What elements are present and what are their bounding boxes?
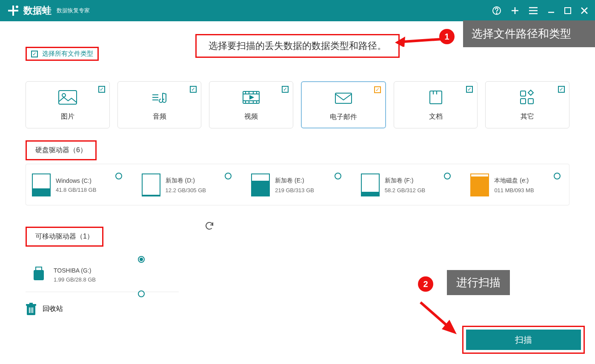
svg-rect-9 (521, 91, 526, 96)
titlebar: 数据蛙 数据恢复专家 (0, 0, 595, 21)
svg-rect-17 (31, 307, 31, 313)
type-checkbox[interactable] (558, 86, 565, 93)
annotation-callout-2: 进行扫描 (447, 270, 510, 295)
drive-item[interactable]: Windows (C:)41.8 GB/118 GB (32, 173, 125, 196)
trash-icon (26, 302, 37, 315)
type-card-image[interactable]: 图片 (26, 81, 110, 128)
scan-button-highlight: 扫描 (462, 326, 585, 354)
removable-section-title: 可移动驱动器（1） (26, 227, 103, 247)
drive-size: 58.2 GB/312 GB (385, 187, 425, 193)
drive-radio[interactable] (444, 173, 451, 179)
removable-list: TOSHIBA (G:)1.99 GB/28.8 GB (26, 253, 179, 292)
scan-button[interactable]: 扫描 (466, 330, 581, 350)
drive-size: 011 MB/093 MB (494, 187, 534, 193)
help-icon[interactable] (492, 6, 502, 16)
drive-radio[interactable] (335, 173, 341, 179)
menu-icon[interactable] (528, 6, 538, 15)
svg-rect-16 (29, 307, 30, 313)
audio-icon (149, 89, 170, 105)
svg-rect-4 (59, 91, 77, 104)
disk-icon (32, 173, 51, 196)
drive-name: 本地磁盘 (e:) (494, 177, 534, 185)
recycle-bin-item[interactable]: 回收站 (26, 302, 153, 315)
annotation-arrow-1 (395, 34, 442, 47)
type-label: 图片 (61, 112, 74, 121)
svg-rect-12 (36, 267, 42, 270)
type-checkbox[interactable] (282, 86, 289, 93)
disk-icon (361, 173, 380, 196)
svg-rect-11 (528, 99, 533, 104)
select-all-types[interactable]: 选择所有文件类型 (26, 47, 99, 61)
annotation-badge-2: 2 (418, 276, 433, 292)
type-card-doc[interactable]: 文档 (394, 81, 478, 128)
svg-rect-7 (335, 93, 352, 103)
type-label: 音频 (153, 112, 166, 121)
disk-icon (470, 173, 489, 196)
annotation-arrow-2 (416, 300, 459, 338)
disk-icon (142, 173, 160, 196)
close-icon[interactable] (580, 6, 589, 15)
type-label: 视频 (244, 112, 258, 121)
svg-rect-10 (521, 99, 526, 104)
type-label: 电子邮件 (330, 113, 357, 122)
svg-rect-3 (565, 8, 571, 14)
minimize-icon[interactable] (547, 6, 555, 15)
drive-name: Windows (C:) (56, 177, 96, 184)
type-checkbox[interactable] (466, 86, 473, 93)
other-icon (517, 89, 538, 105)
type-card-video[interactable]: 视频 (209, 81, 293, 128)
type-card-other[interactable]: 其它 (485, 81, 569, 128)
usb-name: TOSHIBA (G:) (54, 267, 96, 274)
maximize-icon[interactable] (564, 7, 572, 14)
select-all-checkbox[interactable] (31, 51, 38, 57)
disk-icon (251, 173, 270, 196)
drive-size: 219 GB/313 GB (275, 187, 314, 193)
drive-size: 41.8 GB/118 GB (56, 187, 96, 193)
drive-item[interactable]: 新加卷 (E:)219 GB/313 GB (251, 173, 344, 196)
annotation-callout-1: 选择文件路径和类型 (463, 20, 595, 47)
refresh-icon[interactable] (204, 221, 215, 231)
svg-rect-14 (26, 304, 36, 306)
type-checkbox[interactable] (98, 86, 105, 93)
svg-rect-18 (32, 307, 33, 313)
type-label: 其它 (521, 112, 534, 121)
svg-rect-13 (34, 270, 43, 280)
drive-name: 新加卷 (F:) (385, 177, 425, 185)
file-types-grid: 图片 音频 视频 电子邮件 文档 其它 (26, 81, 569, 128)
type-checkbox[interactable] (190, 86, 197, 93)
page-heading: 选择要扫描的丢失数据的数据类型和路径。 (195, 34, 400, 58)
svg-point-2 (496, 13, 497, 14)
type-card-audio[interactable]: 音频 (117, 81, 202, 128)
drive-item[interactable]: 本地磁盘 (e:)011 MB/093 MB (470, 173, 563, 196)
usb-radio[interactable] (138, 256, 145, 263)
svg-point-5 (62, 94, 66, 97)
recycle-radio[interactable] (138, 290, 145, 297)
drive-size: 12.2 GB/305 GB (166, 187, 206, 193)
app-logo-icon (6, 4, 20, 17)
drive-radio[interactable] (115, 173, 122, 179)
hdd-section-title: 硬盘驱动器（6） (26, 140, 97, 160)
svg-rect-8 (430, 91, 442, 104)
plus-icon[interactable] (510, 6, 520, 15)
select-all-label: 选择所有文件类型 (42, 50, 93, 58)
svg-point-0 (16, 6, 18, 8)
image-icon (57, 89, 78, 105)
doc-icon (426, 89, 446, 105)
drive-name: 新加卷 (D:) (166, 177, 206, 185)
drive-name: 新加卷 (E:) (275, 177, 314, 185)
type-card-email[interactable]: 电子邮件 (301, 81, 386, 128)
drive-radio[interactable] (225, 173, 232, 179)
type-checkbox[interactable] (374, 86, 381, 93)
app-name: 数据蛙 (23, 4, 51, 17)
usb-size: 1.99 GB/28.8 GB (54, 276, 96, 283)
email-icon (333, 90, 354, 106)
drive-item[interactable]: 新加卷 (F:)58.2 GB/312 GB (361, 173, 454, 196)
usb-drive-item[interactable]: TOSHIBA (G:)1.99 GB/28.8 GB (31, 266, 173, 283)
video-icon (241, 89, 261, 105)
recycle-label: 回收站 (43, 304, 63, 313)
drive-radio[interactable] (554, 173, 561, 179)
drive-item[interactable]: 新加卷 (D:)12.2 GB/305 GB (142, 173, 235, 196)
usb-icon (31, 266, 48, 283)
app-subtitle: 数据恢复专家 (57, 7, 90, 14)
hdd-list: Windows (C:)41.8 GB/118 GB 新加卷 (D:)12.2 … (26, 164, 569, 205)
